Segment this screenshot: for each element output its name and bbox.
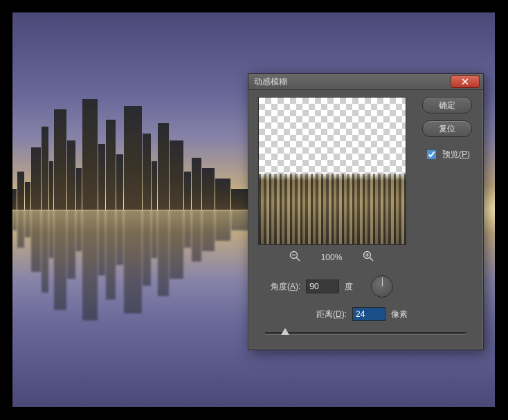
slider-track (265, 332, 466, 335)
dialog-title: 动感模糊 (254, 76, 287, 88)
angle-label: 角度(A): (271, 281, 300, 293)
ok-button[interactable]: 确定 (422, 97, 472, 113)
dialog-titlebar[interactable]: 动感模糊 (248, 74, 483, 90)
preview-label: 预览(P) (442, 149, 470, 161)
zoom-in-button[interactable] (361, 249, 375, 265)
motion-blur-dialog: 动感模糊 100% 确定 复位 预览(P) (248, 73, 484, 350)
preview-checkbox[interactable] (427, 150, 436, 159)
zoom-in-icon (363, 250, 374, 262)
distance-slider[interactable] (265, 328, 466, 338)
close-icon (462, 78, 469, 85)
svg-line-4 (370, 258, 374, 262)
slider-thumb[interactable] (281, 328, 289, 335)
zoom-out-icon (289, 250, 300, 262)
angle-input[interactable] (306, 280, 339, 293)
distance-input[interactable] (352, 307, 385, 321)
zoom-percentage: 100% (321, 253, 343, 262)
reset-label: 复位 (439, 123, 455, 135)
close-button[interactable] (451, 75, 480, 88)
distance-label: 距离(D): (316, 309, 347, 320)
distance-unit: 像素 (391, 309, 408, 320)
reset-button[interactable]: 复位 (422, 120, 472, 137)
angle-dial[interactable] (371, 275, 393, 298)
ok-label: 确定 (439, 100, 455, 111)
preview-checkbox-row[interactable]: 预览(P) (424, 148, 470, 161)
preview-thumbnail[interactable] (258, 97, 406, 245)
svg-line-1 (296, 258, 300, 262)
angle-unit: 度 (345, 281, 353, 293)
zoom-out-button[interactable] (288, 249, 302, 265)
preview-blur-streaks (259, 174, 406, 244)
